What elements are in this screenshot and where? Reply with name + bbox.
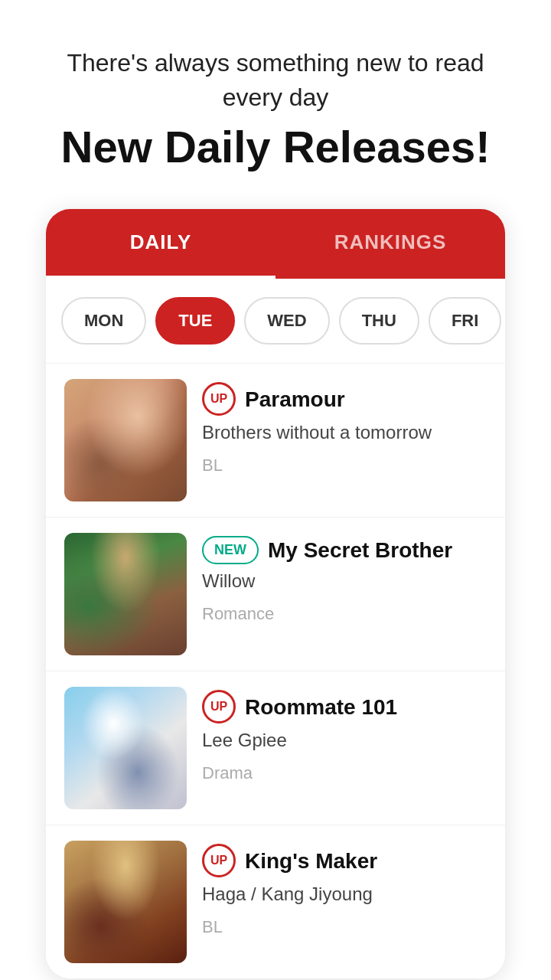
card-container: DAILY RANKINGS MON TUE WED THU FRI UP Pa… [46, 209, 505, 978]
badge-up-icon: UP [202, 844, 236, 877]
comic-info: UP King's Maker Haga / Kang Jiyoung BL [202, 841, 487, 937]
comic-author: Brothers without a tomorrow [202, 422, 487, 443]
comic-title-row: NEW My Secret Brother [202, 536, 487, 564]
comic-genre: Drama [202, 763, 487, 783]
comic-thumbnail [64, 687, 187, 809]
comic-item[interactable]: UP Roommate 101 Lee Gpiee Drama [46, 671, 505, 825]
comics-list: UP Paramour Brothers without a tomorrow … [46, 363, 505, 978]
comic-author: Haga / Kang Jiyoung [202, 884, 487, 905]
comic-item[interactable]: UP Paramour Brothers without a tomorrow … [46, 363, 505, 517]
comic-info: NEW My Secret Brother Willow Romance [202, 533, 487, 624]
comic-title: King's Maker [245, 848, 377, 874]
header-section: There's always something new to read eve… [0, 0, 551, 194]
badge-up-icon: UP [202, 690, 236, 724]
day-thu[interactable]: THU [339, 297, 419, 345]
comic-title: Roommate 101 [245, 694, 397, 720]
tab-rankings[interactable]: RANKINGS [276, 209, 505, 279]
tab-daily[interactable]: DAILY [46, 209, 276, 279]
comic-author: Lee Gpiee [202, 730, 487, 751]
comic-genre: BL [202, 917, 487, 937]
comic-thumbnail [64, 533, 187, 655]
header-title: New Daily Releases! [46, 122, 505, 172]
day-tue[interactable]: TUE [155, 297, 235, 345]
day-fri[interactable]: FRI [429, 297, 501, 345]
comic-thumbnail [64, 841, 187, 963]
comic-title-row: UP King's Maker [202, 844, 487, 877]
comic-genre: BL [202, 456, 487, 475]
comic-title: Paramour [245, 387, 345, 413]
comic-info: UP Roommate 101 Lee Gpiee Drama [202, 687, 487, 783]
days-row: MON TUE WED THU FRI [46, 279, 505, 363]
header-subtitle: There's always something new to read eve… [46, 46, 505, 115]
day-wed[interactable]: WED [244, 297, 329, 345]
comic-title: My Secret Brother [268, 537, 452, 564]
comic-info: UP Paramour Brothers without a tomorrow … [202, 379, 487, 475]
comic-item[interactable]: NEW My Secret Brother Willow Romance [46, 517, 505, 671]
tabs-header: DAILY RANKINGS [46, 209, 505, 279]
comic-thumbnail [64, 379, 187, 501]
day-mon[interactable]: MON [61, 297, 146, 345]
comic-author: Willow [202, 570, 487, 592]
badge-new-icon: NEW [202, 536, 259, 564]
comic-title-row: UP Roommate 101 [202, 690, 487, 724]
comic-genre: Romance [202, 604, 487, 624]
comic-title-row: UP Paramour [202, 382, 487, 416]
comic-item[interactable]: UP King's Maker Haga / Kang Jiyoung BL [46, 825, 505, 978]
badge-up-icon: UP [202, 382, 236, 416]
